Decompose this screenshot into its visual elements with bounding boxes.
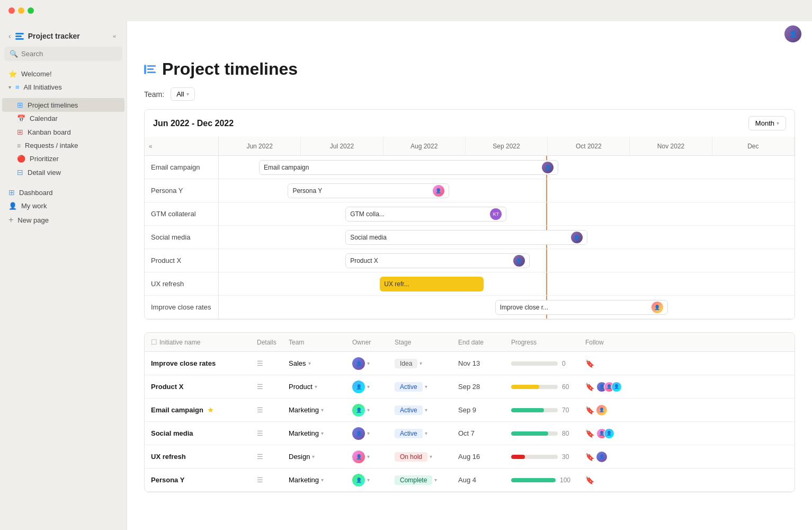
td-owner-3[interactable]: 👤 ▾ [346,400,388,421]
td-team-2[interactable]: Product ▾ [282,378,346,395]
bookmark-icon-1[interactable]: 🔖 [585,359,594,368]
stage-badge-4: Active [395,429,423,438]
td-stage-5[interactable]: On hold ▾ [388,448,452,466]
td-owner-4[interactable]: 👤 ▾ [346,423,388,444]
gantt-row-gtm-collateral: GTM colla... KT [219,202,795,226]
close-button[interactable] [8,7,15,14]
gantt-bar-ux-refresh[interactable]: UX refr... [380,277,484,292]
team-dropdown[interactable]: All ▾ [171,87,194,101]
td-team-1[interactable]: Sales ▾ [282,355,346,372]
list-icon-2: ≡ [17,142,21,149]
gantt-row-persona-y: Persona Y 👤 [219,179,795,202]
maximize-button[interactable] [28,7,34,14]
td-name-ux-refresh: UX refresh [145,448,251,465]
sidebar-item-kanban-board[interactable]: ⊞ Kanban board [2,125,124,139]
td-follow-1[interactable]: 🔖 [579,355,621,372]
table-row-improve-close-rates: Improve close rates ☰ Sales ▾ 👤 ▾ Idea ▾… [145,352,795,375]
td-details-4[interactable]: ☰ [251,425,282,441]
gantt-label-improve-close-rates: Improve close rates [145,296,218,319]
team-chevron-6: ▾ [321,477,324,483]
td-details-3[interactable]: ☰ [251,402,282,418]
td-stage-6[interactable]: Complete ▾ [388,471,452,489]
details-icon-2: ☰ [257,383,263,391]
sidebar-item-welcome[interactable]: ⭐ Welcome! [2,67,124,81]
sidebar-item-requests-intake[interactable]: ≡ Requests / intake [2,139,124,152]
td-follow-2[interactable]: 🔖 👤 👤 👤 [579,377,621,396]
progress-bar-fill-5 [511,455,525,459]
td-follow-5[interactable]: 🔖 👤 [579,447,621,466]
td-owner-5[interactable]: 👤 ▾ [346,446,388,467]
sidebar-item-dashboard[interactable]: ⊞ Dashboard [2,186,124,199]
collapse-gantt-icon[interactable]: « [149,143,153,150]
back-icon[interactable]: ‹ [8,32,11,40]
owner-chevron-6: ▾ [367,477,370,483]
td-enddate-3: Sep 9 [452,402,505,418]
td-details-6[interactable]: ☰ [251,472,282,488]
timeline-section: Jun 2022 - Dec 2022 Month ▾ « Email camp… [144,109,795,320]
toolbar: Team: All ▾ [127,79,812,109]
sidebar-item-project-timelines[interactable]: ⊞ Project timelines [2,98,124,112]
td-owner-2[interactable]: 👤 ▾ [346,376,388,398]
bookmark-icon-4[interactable]: 🔖 [585,429,594,438]
follow-social-av2: 👤 [604,428,614,439]
td-team-3[interactable]: Marketing ▾ [282,402,346,418]
sidebar-item-my-work[interactable]: 👤 My work [2,199,124,213]
td-stage-4[interactable]: Active ▾ [388,425,452,443]
td-owner-1[interactable]: 👤 ▾ [346,353,388,374]
minimize-button[interactable] [18,7,24,14]
sidebar-item-prioritizer[interactable]: 🔴 Prioritizer [2,152,124,165]
bookmark-icon-3[interactable]: 🔖 [585,406,594,414]
td-team-5[interactable]: Design ▾ [282,448,346,465]
sidebar-item-new-page[interactable]: + New page [2,213,124,227]
td-stage-1[interactable]: Idea ▾ [388,355,452,373]
list-icon: ≡ [15,83,20,91]
stage-chevron-5: ▾ [430,454,432,460]
gantt-row-ux-refresh: UX refr... [219,272,795,296]
td-details-1[interactable]: ☰ [251,355,282,372]
td-details-2[interactable]: ☰ [251,378,282,395]
checkbox-icon: ☐ [151,338,157,346]
td-stage-3[interactable]: Active ▾ [388,401,452,419]
td-follow-6[interactable]: 🔖 [579,472,621,489]
grid-icon: ⊞ [17,101,23,109]
progress-value-2: 60 [562,383,573,391]
bookmark-icon-5[interactable]: 🔖 [585,453,594,461]
search-box[interactable]: 🔍 [4,47,122,61]
team-value: All [176,90,184,98]
stage-chevron-6: ▾ [434,477,437,483]
gantt-bar-improve-close-rates[interactable]: Improve close r... 👤 [495,300,668,315]
th-end-date: End date [452,333,505,351]
sidebar-item-calendar[interactable]: 📅 Calendar [2,112,124,125]
sidebar-item-all-initiatives[interactable]: ▾ ≡ All Initiatives [2,81,124,94]
stage-badge-5: On hold [395,452,427,462]
gantt-bar-persona-y[interactable]: Persona Y 👤 [288,183,449,198]
gantt-bar-social-media[interactable]: Social media 👤 [345,230,587,245]
th-progress: Progress [505,333,579,351]
gantt-bar-gtm-collateral[interactable]: GTM colla... KT [345,207,506,222]
td-progress-5: 30 [505,449,579,465]
gantt-bar-email-campaign[interactable]: Email campaign 👤 [259,160,558,175]
gantt-bar-product-x[interactable]: Product X 👤 [345,253,530,268]
gantt-label-product-x: Product X [145,249,218,272]
collapse-sidebar-icon[interactable]: « [111,32,118,40]
progress-value-3: 70 [562,407,573,414]
team-chevron-5: ▾ [312,454,315,460]
td-team-4[interactable]: Marketing ▾ [282,425,346,441]
td-stage-2[interactable]: Active ▾ [388,378,452,396]
td-team-6[interactable]: Marketing ▾ [282,472,346,488]
sidebar-item-detail-view[interactable]: ⊟ Detail view [2,165,124,179]
month-selector[interactable]: Month ▾ [748,116,786,130]
bookmark-icon-6[interactable]: 🔖 [585,476,594,484]
bookmark-icon-2[interactable]: 🔖 [585,383,594,391]
search-input[interactable] [21,50,117,58]
user-avatar[interactable]: 👤 [784,25,801,42]
td-details-5[interactable]: ☰ [251,448,282,465]
gantt-months: Jun 2022 Jul 2022 Aug 2022 Sep 2022 Oct … [219,137,795,156]
td-follow-3[interactable]: 🔖 👤 [579,401,621,420]
table-row-ux-refresh: UX refresh ☰ Design ▾ 👤 ▾ On hold ▾ Aug … [145,445,795,469]
progress-bar-bg-2 [511,385,558,389]
td-owner-6[interactable]: 👤 ▾ [346,470,388,491]
follow-ux-av1: 👤 [596,452,607,462]
td-follow-4[interactable]: 🔖 👤 👤 [579,424,621,443]
progress-bar-fill-4 [511,431,548,436]
